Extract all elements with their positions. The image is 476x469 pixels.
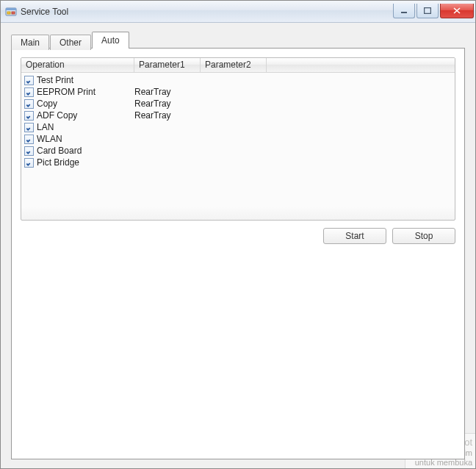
- svg-rect-1: [6, 8, 16, 10]
- row-checkbox[interactable]: [24, 87, 34, 97]
- svg-rect-5: [425, 8, 431, 14]
- listview-header: Operation Parameter1 Parameter2: [21, 58, 455, 73]
- svg-rect-4: [401, 12, 407, 13]
- row-parameter1: RearTray: [134, 99, 201, 109]
- list-item[interactable]: ADF CopyRearTray: [21, 110, 455, 121]
- row-operation: Pict Bridge: [37, 157, 134, 168]
- row-checkbox[interactable]: [24, 135, 34, 144]
- column-parameter2[interactable]: Parameter2: [201, 58, 267, 72]
- row-checkbox[interactable]: [24, 99, 34, 109]
- row-operation: WLAN: [37, 134, 134, 144]
- row-operation: Copy: [37, 99, 134, 109]
- row-operation: LAN: [37, 122, 134, 132]
- svg-rect-2: [7, 12, 10, 14]
- listview-body: Test PrintEEPROM PrintRearTrayCopyRearTr…: [21, 73, 455, 168]
- tab-strip: Main Other Auto: [11, 32, 465, 49]
- list-item[interactable]: Test Print: [21, 74, 455, 86]
- row-operation: EEPROM Print: [37, 87, 134, 97]
- column-operation[interactable]: Operation: [21, 58, 134, 72]
- row-parameter1: RearTray: [134, 110, 201, 121]
- column-parameter1[interactable]: Parameter1: [134, 58, 201, 72]
- button-row: Start Stop: [323, 228, 455, 244]
- client-area: Main Other Auto Operation Parameter1 Par…: [1, 23, 475, 468]
- row-operation: Test Print: [37, 75, 134, 85]
- list-item[interactable]: EEPROM PrintRearTray: [21, 86, 455, 98]
- window-frame: Service Tool Main Other Auto Operation P…: [0, 0, 476, 469]
- tab-main[interactable]: Main: [11, 35, 49, 50]
- row-operation: Card Board: [37, 146, 134, 156]
- minimize-button[interactable]: [393, 4, 415, 18]
- operations-listview[interactable]: Operation Parameter1 Parameter2 Test Pri…: [21, 57, 455, 221]
- column-filler: [267, 58, 455, 72]
- title-bar[interactable]: Service Tool: [1, 1, 475, 23]
- list-item[interactable]: Card Board: [21, 145, 455, 157]
- app-icon: [5, 6, 17, 18]
- row-parameter1: RearTray: [134, 87, 201, 97]
- row-checkbox[interactable]: [24, 158, 34, 168]
- row-operation: ADF Copy: [37, 110, 134, 121]
- maximize-button[interactable]: [416, 4, 439, 18]
- list-item[interactable]: Pict Bridge: [21, 157, 455, 168]
- row-checkbox[interactable]: [24, 123, 34, 132]
- row-checkbox[interactable]: [24, 111, 34, 121]
- close-button[interactable]: [440, 4, 474, 18]
- window-controls: [392, 4, 475, 18]
- tab-other[interactable]: Other: [50, 35, 91, 50]
- tab-auto[interactable]: Auto: [92, 32, 129, 49]
- stop-button[interactable]: Stop: [392, 228, 455, 244]
- svg-rect-3: [12, 12, 15, 14]
- window-title: Service Tool: [21, 7, 392, 17]
- list-item[interactable]: LAN: [21, 121, 455, 133]
- row-checkbox[interactable]: [24, 76, 34, 85]
- start-button[interactable]: Start: [323, 228, 386, 244]
- list-item[interactable]: CopyRearTray: [21, 98, 455, 110]
- row-checkbox[interactable]: [24, 146, 34, 156]
- tab-page-auto: Operation Parameter1 Parameter2 Test Pri…: [11, 48, 465, 459]
- list-item[interactable]: WLAN: [21, 133, 455, 145]
